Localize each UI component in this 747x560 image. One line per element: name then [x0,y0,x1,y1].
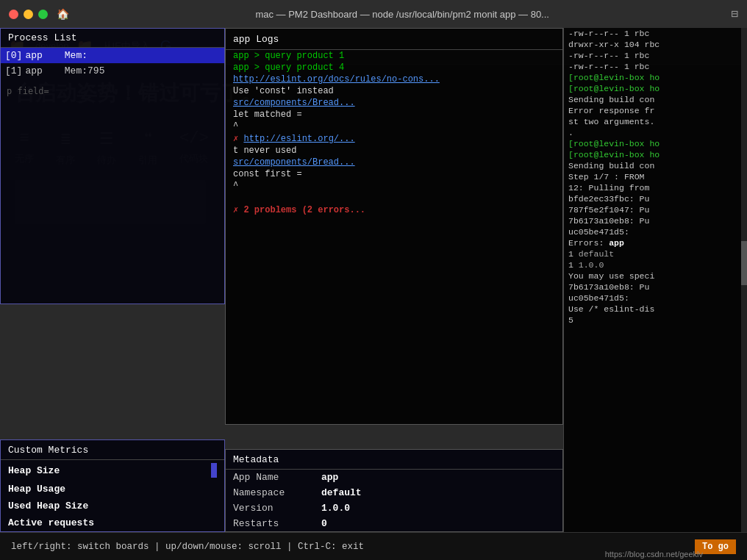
home-icon: 🏠 [57,8,69,21]
meta-row-app-name: App Name app [226,470,562,485]
term-extra-5: 7b6173a10eb8: Pu [564,281,747,292]
process-list-header: Process List [1,29,224,48]
meta-row-namespace: Namespace default [226,485,562,500]
term-line-5: [root@levin-box ho [564,83,747,94]
term-line-0: -rw-r--r-- 1 rbc [564,28,747,39]
term-line-15: bfde2ec33fbc: Pu [564,193,747,204]
main-area: 📁 develop 📁 从IE中导入 G 台启动姿势！错过可亏了。 ≡ 无序 ≣… [0,28,747,560]
term-line-12: Sending build con [564,160,747,171]
log-error-prefix-7: ✗ [233,134,243,144]
metadata-title: Metadata [233,454,279,465]
term-line-3: -rw-r--r-- 1 rbc [564,61,747,72]
meta-key-namespace: Namespace [233,487,307,498]
status-bar: left/right: switch boards | up/down/mous… [0,532,747,560]
proc-mem-val-1: 795 [87,65,104,76]
term-line-2: -rw-r--r-- 1 rbc [564,50,747,61]
term-line-10: [root@levin-box ho [564,138,747,149]
proc-mem-label-0: Mem: [65,50,87,61]
metric-heap-usage: Heap Usage [1,481,224,498]
log-line-2: http://eslint.org/docs/rules/no-cons... [226,73,562,85]
term-line-9: . [564,127,747,138]
process-item-1[interactable]: [1] app Mem: 795 [1,63,224,79]
meta-row-version: Version 1.0.0 [226,500,562,516]
custom-metrics-title: Custom Metrics [8,445,88,456]
term-line-18: uc05be471d5: [564,226,747,237]
app-logs-panel[interactable]: app Logs app > query product 1 app > que… [225,28,563,425]
term-line-8: st two arguments. [564,116,747,127]
term-line-14: 12: Pulling from [564,182,747,193]
log-line-10: const first = [226,168,562,180]
process-list-panel: Process List [0] app Mem: [1] app Mem: 7… [0,28,225,304]
term-extra-6: uc05be471d5: [564,292,747,304]
term-line-17: 7b6173a10eb8: Pu [564,215,747,226]
metric-bar-heap-size [211,463,217,478]
title-bar: 🏠 mac — PM2 Dashboard — node /usr/local/… [0,0,747,28]
log-line-11: ^ [226,180,562,192]
log-line-4: src/components/Bread... [226,97,562,109]
proc-name-1: app [25,65,42,76]
proc-mem-label-1: Mem: [65,65,87,76]
meta-key-restarts: Restarts [233,518,307,529]
scrollbar-thumb[interactable] [741,241,747,285]
metadata-panel: Metadata App Name app Namespace default … [225,449,563,532]
meta-key-version: Version [233,503,307,514]
log-link-7: http://eslint.org/... [243,134,354,144]
meta-val-restarts: 0 [321,518,327,529]
status-bar-text: left/right: switch boards | up/down/mous… [11,542,695,552]
metric-label-heap-usage: Heap Usage [8,484,65,495]
log-line-12 [226,192,562,204]
proc-id-1: [1] [5,65,22,76]
term-extra-4: You may use speci [564,270,747,281]
term-line-6: Sending build con [564,94,747,105]
minimize-button[interactable] [24,10,33,19]
metric-label-used-heap: Used Heap Size [8,500,88,511]
process-item-0[interactable]: [0] app Mem: [1,48,224,63]
maximize-button[interactable] [38,10,48,19]
terminal-panel[interactable]: -rw-r--r-- 1 rbc drwxr-xr-x 104 rbc -rw-… [563,28,747,560]
close-button[interactable] [9,10,18,19]
term-extra-1: Errors: app [564,237,747,248]
metric-heap-size: Heap Size [1,460,224,481]
meta-val-version: 1.0.0 [321,503,350,514]
terminal-scrollbar[interactable] [741,28,747,560]
metadata-header: Metadata [226,450,562,470]
custom-metrics-header: Custom Metrics [1,440,224,460]
term-line-4: [root@levin-box ho [564,72,747,83]
log-line-5: let matched = [226,109,562,121]
process-list-title: Process List [8,32,77,43]
metric-label-heap-size: Heap Size [8,465,60,476]
metric-label-active-requests: Active requests [8,517,94,528]
custom-metrics-panel: Custom Metrics Heap Size Heap Usage Used… [0,439,225,532]
log-line-9: src/components/Bread... [226,157,562,168]
proc-id-0: [0] [5,50,22,61]
window-title: mac — PM2 Dashboard — node /usr/local/bi… [74,9,731,20]
meta-row-restarts: Restarts 0 [226,516,562,531]
meta-key-app-name: App Name [233,472,307,483]
term-extra-2: 1 default [564,248,747,259]
term-extra-8: 5 [564,315,747,326]
log-line-6: ^ [226,121,562,132]
app-logs-title: app Logs [233,34,279,45]
term-line-11: [root@levin-box ho [564,149,747,160]
url-bar: https://blog.csdn.net/geeklv [605,550,703,559]
traffic-lights [9,10,48,19]
meta-val-namespace: default [321,487,362,498]
term-line-13: Step 1/7 : FROM [564,171,747,182]
term-extra-7: Use /* eslint-dis [564,304,747,315]
term-line-1: drwxr-xr-x 104 rbc [564,39,747,50]
log-line-7: ✗ http://eslint.org/... [226,132,562,145]
meta-val-app-name: app [321,472,338,483]
log-line-1: app > query product 4 [226,62,562,73]
log-line-8: t never used [226,145,562,157]
metric-active-requests: Active requests [1,514,224,531]
proc-name-0: app [25,50,42,61]
term-line-7: Error response fr [564,105,747,116]
window-control-icon[interactable]: ⊟ [731,7,738,21]
term-extra-3: 1 1.0.0 [564,259,747,270]
log-line-3: Use 'const' instead [226,85,562,97]
log-line-0: app > query product 1 [226,50,562,62]
app-logs-header: app Logs [226,29,562,50]
log-line-errors: ✗ 2 problems (2 errors... [226,204,562,216]
metric-used-heap: Used Heap Size [1,498,224,514]
term-line-16: 787f5e2f1047: Pu [564,204,747,215]
